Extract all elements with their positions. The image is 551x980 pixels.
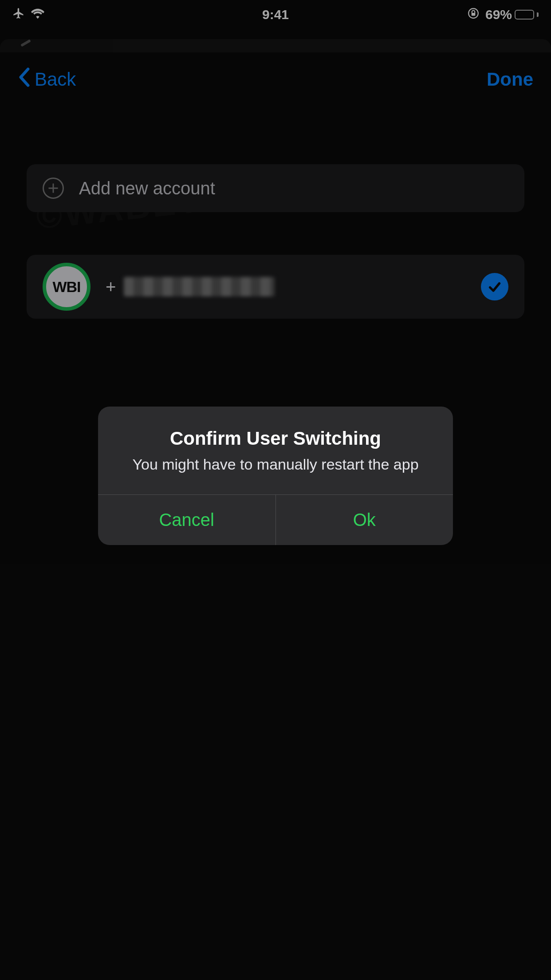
dialog-message: You might have to manually restart the a…	[118, 454, 433, 475]
confirm-dialog: Confirm User Switching You might have to…	[98, 407, 453, 545]
dialog-title: Confirm User Switching	[118, 428, 433, 449]
dialog-buttons: Cancel Ok	[98, 494, 453, 545]
ok-button[interactable]: Ok	[276, 495, 453, 545]
dialog-body: Confirm User Switching You might have to…	[98, 407, 453, 494]
cancel-button[interactable]: Cancel	[98, 495, 276, 545]
